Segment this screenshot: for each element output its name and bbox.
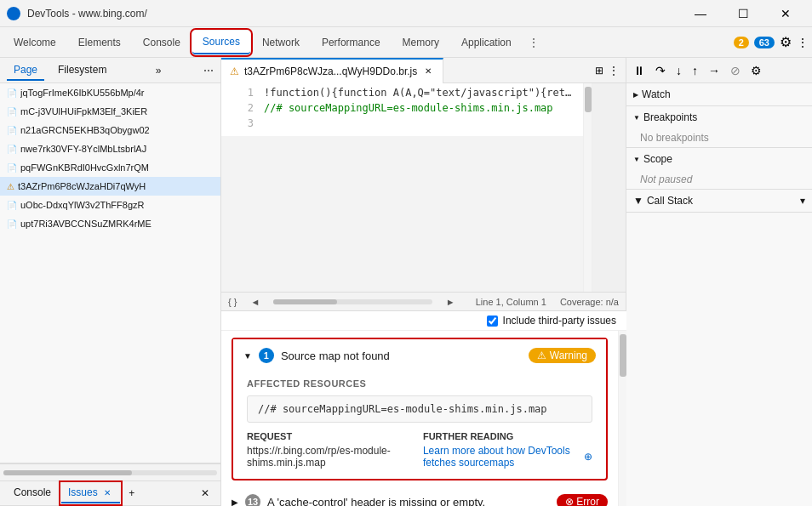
step-into-button[interactable]: ↓: [672, 62, 685, 79]
editor-scroll-left: ◄: [250, 297, 260, 307]
more-panel-tabs[interactable]: »: [156, 65, 162, 77]
tab-memory[interactable]: Memory: [392, 31, 449, 54]
list-item[interactable]: 📄 upt7Ri3AVBCCNSuZMRK4rME: [0, 214, 220, 233]
include-third-party-label[interactable]: Include third-party issues: [503, 315, 616, 327]
tab-welcome[interactable]: Welcome: [3, 31, 66, 54]
split-editor-button[interactable]: ⊞: [595, 65, 603, 77]
editor-hscroll[interactable]: [273, 299, 432, 304]
list-item[interactable]: 📄 n21aGRCN5EKHB3qObygw02: [0, 121, 220, 139]
callstack-label: Call Stack: [647, 195, 693, 207]
editor-format[interactable]: { }: [228, 297, 237, 307]
issues-vscroll-thumb: [620, 334, 626, 377]
warning-badge: 2: [734, 37, 749, 48]
step-over-button[interactable]: ↷: [652, 62, 669, 79]
panel-menu[interactable]: ⋯: [203, 65, 214, 77]
editor-coverage: Coverage: n/a: [560, 297, 619, 307]
error-badge: ⊗ Error: [557, 494, 608, 506]
maximize-button[interactable]: ☐: [723, 0, 763, 27]
close-button[interactable]: ✕: [766, 0, 805, 27]
further-label: FURTHER READING: [423, 431, 592, 441]
settings-debug-button[interactable]: ⚙: [747, 62, 765, 79]
file-browser: Page Filesystem » ⋯ 📄 jqTogFrImeK6IbKU55…: [0, 58, 220, 463]
watch-label: Watch: [642, 88, 671, 100]
bottom-panel-close[interactable]: ✕: [197, 485, 214, 502]
more-options-button[interactable]: ⋮: [797, 36, 809, 49]
perf-group-header[interactable]: ▶ 13 A 'cache-control' header is missing…: [221, 487, 618, 506]
active-editor-tab[interactable]: ⚠ t3AZrPm6P8cWJza...qWyH9DDo.br.js ✕: [221, 58, 443, 83]
debug-toolbar: ⏸ ↷ ↓ ↑ → ⊘ ⚙: [626, 58, 812, 83]
file-icon: 📄: [7, 163, 17, 173]
file-name: t3AZrPm6P8cWJzaHDi7qWyH: [18, 181, 146, 191]
list-item[interactable]: 📄 jqTogFrImeK6IbKU556bMp/4r: [0, 83, 220, 102]
page-tab[interactable]: Page: [7, 60, 44, 81]
scope-content: Not paused: [626, 170, 812, 189]
list-item-active[interactable]: ⚠ t3AZrPm6P8cWJzaHDi7qWyH: [0, 177, 220, 196]
watch-header[interactable]: ▶ Watch: [626, 83, 812, 105]
tab-console[interactable]: Console: [133, 31, 191, 54]
center-area: ⚠ t3AZrPm6P8cWJza...qWyH9DDo.br.js ✕ ⊞ ⋮…: [221, 58, 626, 506]
file-icon: 📄: [7, 145, 17, 154]
tab-application[interactable]: Application: [451, 31, 522, 54]
file-name: jqTogFrImeK6IbKU556bMp/4r: [20, 88, 145, 98]
external-link-icon: ⊕: [584, 451, 592, 463]
callstack-section: ▼ Call Stack ▾: [626, 190, 812, 213]
code-text-2: //# sourceMappingURL=es-module-shims.min…: [264, 102, 553, 114]
editor-tab-name: t3AZrPm6P8cWJza...qWyH9DDo.br.js: [244, 65, 417, 77]
issues-content: ▼ 1 Source map not found ⚠ Warning AFFEC…: [221, 331, 626, 506]
request-label: REQUEST: [247, 431, 396, 441]
add-tab-button[interactable]: +: [123, 485, 140, 502]
scope-label: Scope: [643, 153, 672, 165]
deactivate-button[interactable]: ⊘: [727, 62, 744, 79]
list-item[interactable]: 📄 nwe7rk30VFY-8YclMbLtsbrlAJ: [0, 139, 220, 158]
pause-button[interactable]: ⏸: [630, 62, 649, 79]
editor-tab-close[interactable]: ✕: [422, 65, 434, 77]
nav-tabs: Welcome Elements Console Sources Network…: [0, 27, 812, 58]
request-col: REQUEST https://r.bing.com/rp/es-module-…: [247, 431, 396, 469]
issues-tab[interactable]: Issues ✕: [61, 483, 120, 503]
minimap: [592, 83, 626, 292]
editor-more-button[interactable]: ⋮: [609, 65, 619, 77]
step-out-button[interactable]: ↑: [689, 62, 701, 79]
more-tabs-button[interactable]: ⋮: [523, 33, 544, 52]
file-icon: 📄: [7, 88, 17, 98]
scope-header[interactable]: ▼ Scope: [626, 148, 812, 170]
breakpoints-header[interactable]: ▼ Breakpoints: [626, 106, 812, 128]
console-tab[interactable]: Console: [7, 483, 58, 503]
list-item[interactable]: 📄 pqFWGnKBRdI0HvcGxln7rQM: [0, 158, 220, 177]
further-link-text: Learn more about how DevTools fetches so…: [423, 445, 580, 469]
tab-performance[interactable]: Performance: [312, 31, 391, 54]
request-value: https://r.bing.com/rp/es-module-shims.mi…: [247, 445, 396, 469]
list-item[interactable]: 📄 mC-j3VUlHUiFpkM3Elf_3KiER: [0, 102, 220, 121]
include-third-party-checkbox[interactable]: [487, 316, 498, 327]
hscroll-track[interactable]: [3, 470, 217, 475]
callstack-header[interactable]: ▼ Call Stack ▾: [626, 190, 812, 212]
issues-vscrollbar[interactable]: [618, 331, 626, 506]
minimize-button[interactable]: —: [681, 0, 720, 27]
left-panel: Page Filesystem » ⋯ 📄 jqTogFrImeK6IbKU55…: [0, 58, 221, 506]
filesystem-tab[interactable]: Filesystem: [51, 60, 113, 81]
file-icon: 📄: [7, 126, 17, 135]
issue-body: AFFECTED RESOURCES //# sourceMappingURL=…: [233, 372, 606, 479]
file-tree: 📄 jqTogFrImeK6IbKU556bMp/4r 📄 mC-j3VUlHU…: [0, 83, 220, 463]
issues-tab-close[interactable]: ✕: [101, 486, 113, 498]
callstack-more-icon[interactable]: ▾: [800, 195, 805, 207]
tab-sources[interactable]: Sources: [192, 31, 250, 54]
further-link[interactable]: Learn more about how DevTools fetches so…: [423, 445, 592, 469]
editor-scroll-right: ►: [446, 297, 455, 307]
step-button[interactable]: →: [705, 62, 723, 79]
window-title: DevTools - www.bing.com/: [27, 8, 674, 20]
right-panel: ⏸ ↷ ↓ ↑ → ⊘ ⚙ ▶ Watch ▼ Breakpoints No b…: [626, 58, 812, 506]
affected-label: AFFECTED RESOURCES: [247, 378, 592, 389]
tab-elements[interactable]: Elements: [68, 31, 131, 54]
editor-vscrollbar[interactable]: [583, 83, 592, 292]
tab-network[interactable]: Network: [252, 31, 310, 54]
breakpoints-label: Breakpoints: [643, 111, 697, 123]
issue-toggle[interactable]: ▼: [243, 351, 252, 361]
file-name: n21aGRCN5EKHB3qObygw02: [20, 125, 150, 135]
code-line-1: 1 !function(){function A(A,Q="text/javas…: [221, 87, 583, 102]
file-name: mC-j3VUlHUiFpkM3Elf_3KiER: [20, 106, 147, 117]
settings-button[interactable]: ⚙: [780, 34, 792, 50]
watch-arrow: ▶: [633, 91, 638, 99]
list-item[interactable]: 📄 uObc-DdxqYlW3v2ThFF8gzR: [0, 196, 220, 214]
perf-toggle[interactable]: ▶: [232, 497, 238, 507]
